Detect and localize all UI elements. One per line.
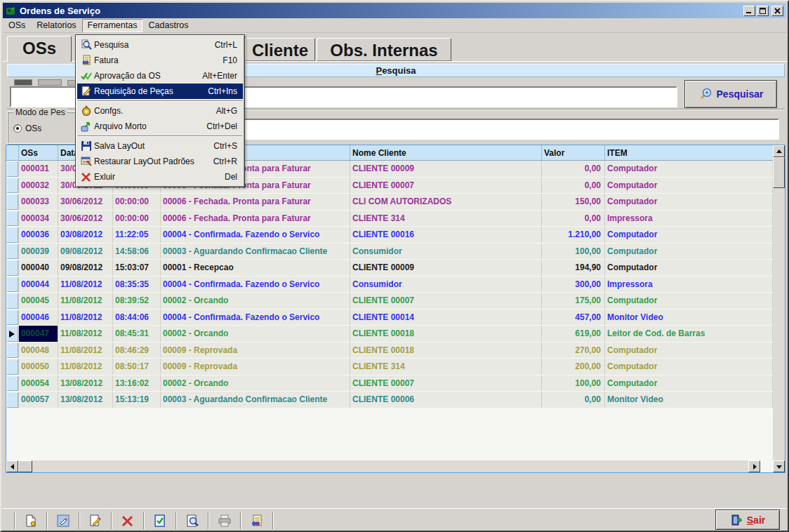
header-selector[interactable] xyxy=(6,145,19,160)
cell-value[interactable]: 0,00 xyxy=(542,392,605,408)
cell-item[interactable]: Computador xyxy=(605,227,773,243)
cell-os[interactable]: 000045 xyxy=(19,293,58,309)
cell-os[interactable]: 000047 xyxy=(19,326,58,342)
table-row[interactable]: 000040 09/08/2012 15:03:07 00001 - Recep… xyxy=(6,260,773,277)
row-selector[interactable] xyxy=(6,178,19,194)
row-selector[interactable] xyxy=(6,359,19,375)
radio-oss[interactable]: OSs xyxy=(13,124,41,133)
sair-button[interactable]: Sair xyxy=(715,510,780,530)
cell-os[interactable]: 000031 xyxy=(19,161,58,177)
row-selector[interactable] xyxy=(6,293,19,309)
cell-time[interactable]: 00:00:00 xyxy=(113,211,161,227)
table-row[interactable]: 000036 03/08/2012 11:22:05 00004 - Confi… xyxy=(6,227,773,244)
cell-status[interactable]: 00003 - Aguardando Confirmacao Cliente xyxy=(161,392,350,408)
cell-time[interactable]: 08:39:52 xyxy=(113,293,161,309)
cell-value[interactable]: 270,00 xyxy=(542,343,605,359)
cell-value[interactable]: 619,00 xyxy=(542,326,605,342)
cell-date[interactable]: 11/08/2012 xyxy=(58,343,113,359)
cell-time[interactable]: 00:00:00 xyxy=(113,194,161,210)
cell-time[interactable]: 08:46:29 xyxy=(113,343,161,359)
table-row[interactable]: 000039 09/08/2012 14:58:06 00003 - Aguar… xyxy=(6,244,773,260)
cell-client[interactable]: Consumidor xyxy=(350,277,542,293)
cell-client[interactable]: CLIENTE 00009 xyxy=(350,260,542,276)
row-selector[interactable] xyxy=(6,310,19,326)
cell-item[interactable]: Computador xyxy=(605,194,773,210)
menubar-item-cadastros[interactable]: Cadastros xyxy=(142,19,194,32)
cell-os[interactable]: 000044 xyxy=(19,277,58,293)
row-selector[interactable] xyxy=(6,211,19,227)
cell-client[interactable]: CLIENTE 00014 xyxy=(350,310,542,326)
scroll-left-button[interactable] xyxy=(6,460,18,472)
cell-os[interactable]: 000040 xyxy=(19,260,58,276)
cell-os[interactable]: 000032 xyxy=(19,178,58,194)
table-row[interactable]: 000044 11/08/2012 08:35:35 00004 - Confi… xyxy=(6,277,773,293)
row-selector[interactable] xyxy=(6,326,19,342)
cell-item[interactable]: Monitor Video xyxy=(605,310,773,326)
table-row[interactable]: 000033 30/06/2012 00:00:00 00006 - Fecha… xyxy=(6,194,773,211)
cell-item[interactable]: Computador xyxy=(605,178,773,194)
header-os[interactable]: OSs xyxy=(19,145,58,160)
cell-date[interactable]: 30/06/2012 xyxy=(58,211,113,227)
toolbar-new-button[interactable] xyxy=(20,512,42,530)
cell-status[interactable]: 00002 - Orcando xyxy=(161,375,350,392)
cell-item[interactable]: Computador xyxy=(605,293,773,309)
menu-item-aprovacao-da-os[interactable]: Aprovação da OS Alt+Enter xyxy=(77,68,243,84)
cell-value[interactable]: 300,00 xyxy=(542,277,605,293)
row-selector[interactable] xyxy=(6,343,19,359)
toolbar-invoice-button[interactable] xyxy=(246,512,268,530)
cell-os[interactable]: 000057 xyxy=(19,392,58,408)
menubar-item-ferramentas[interactable]: Ferramentas xyxy=(82,19,143,32)
cell-os[interactable]: 000050 xyxy=(19,359,58,375)
cell-item[interactable]: Monitor Video xyxy=(605,392,773,408)
cell-date[interactable]: 11/08/2012 xyxy=(58,277,113,293)
menu-item-fatura[interactable]: Fatura F10 xyxy=(77,53,243,68)
cell-client[interactable]: CLIENTE 00007 xyxy=(350,293,542,309)
header-item[interactable]: ITEM xyxy=(605,145,773,160)
minimize-button[interactable] xyxy=(743,6,755,16)
cell-status[interactable]: 00004 - Confirmada. Fazendo o Servico xyxy=(161,227,350,243)
tab-cliente[interactable]: Cliente xyxy=(245,38,315,61)
cell-item[interactable]: Leitor de Cod. de Barras xyxy=(605,326,773,342)
menu-item-arquivo-morto[interactable]: Arquivo Morto Ctrl+Del xyxy=(77,119,243,134)
cell-client[interactable]: CLI COM AUTORIZADOS xyxy=(350,194,542,210)
cell-time[interactable]: 13:16:02 xyxy=(113,375,161,392)
cell-date[interactable]: 13/08/2012 xyxy=(58,392,113,408)
cell-date[interactable]: 11/08/2012 xyxy=(58,326,113,342)
cell-value[interactable]: 200,00 xyxy=(542,359,605,375)
cell-time[interactable]: 08:44:06 xyxy=(113,310,161,326)
row-selector[interactable] xyxy=(6,161,19,177)
scroll-up-button[interactable] xyxy=(773,145,785,157)
cell-time[interactable]: 08:35:35 xyxy=(113,277,161,293)
cell-client[interactable]: CLIENTE 00007 xyxy=(350,178,542,194)
cell-value[interactable]: 150,00 xyxy=(542,194,605,210)
menu-item-confgs[interactable]: Confgs. Alt+G xyxy=(77,103,243,119)
header-client[interactable]: Nome Cliente xyxy=(350,145,542,160)
tab-obs-internas[interactable]: Obs. Internas xyxy=(317,38,451,61)
cell-value[interactable]: 100,00 xyxy=(542,375,605,392)
vertical-scrollbar-thumb[interactable] xyxy=(773,157,785,188)
cell-value[interactable]: 194,90 xyxy=(542,260,605,276)
close-icon[interactable] xyxy=(771,6,783,16)
cell-time[interactable]: 14:58:06 xyxy=(113,244,161,260)
cell-date[interactable]: 11/08/2012 xyxy=(58,310,113,326)
table-row[interactable]: 000046 11/08/2012 08:44:06 00004 - Confi… xyxy=(6,310,773,326)
cell-client[interactable]: CLIENTE 314 xyxy=(350,211,542,227)
cell-os[interactable]: 000054 xyxy=(19,375,58,392)
menu-item-pesquisa[interactable]: Pesquisa Ctrl+L xyxy=(77,37,243,53)
table-row[interactable]: 000048 11/08/2012 08:46:29 00009 - Repro… xyxy=(6,343,773,359)
cell-item[interactable]: Computador xyxy=(605,343,773,359)
cell-value[interactable]: 0,00 xyxy=(542,161,605,177)
menu-item-salva-layout[interactable]: Salva LayOut Ctrl+S xyxy=(77,138,243,154)
cell-date[interactable]: 03/08/2012 xyxy=(58,227,113,243)
menubar-item-relatorios[interactable]: Relatorios xyxy=(31,19,81,32)
menu-item-exluir[interactable]: Exluir Del xyxy=(77,169,243,185)
row-selector[interactable] xyxy=(6,277,19,293)
cell-value[interactable]: 175,00 xyxy=(542,293,605,309)
header-value[interactable]: Valor xyxy=(542,145,605,160)
cell-client[interactable]: CLIENTE 00018 xyxy=(350,343,542,359)
cell-item[interactable]: Impressora xyxy=(605,277,773,293)
cell-item[interactable]: Computador xyxy=(605,244,773,260)
row-selector[interactable] xyxy=(6,227,19,243)
table-row[interactable]: 000034 30/06/2012 00:00:00 00006 - Fecha… xyxy=(6,211,773,227)
cell-client[interactable]: Consumidor xyxy=(350,244,542,260)
